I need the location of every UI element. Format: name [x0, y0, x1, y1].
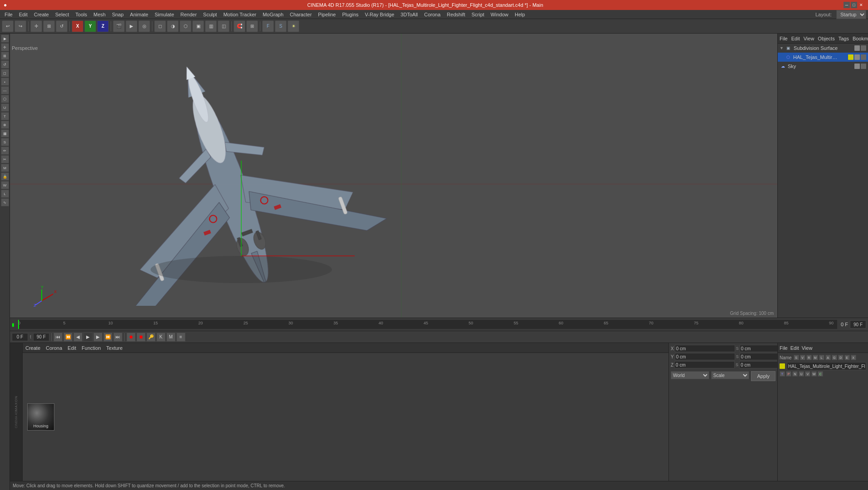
menu-file[interactable]: File: [2, 11, 15, 18]
menu-character[interactable]: Character: [287, 11, 314, 18]
rotate-tool[interactable]: ↺: [1, 60, 9, 69]
close-button[interactable]: ✕: [858, 2, 864, 8]
render-active-button[interactable]: ◎: [138, 20, 150, 32]
undo-button[interactable]: ↩: [2, 20, 14, 32]
dope-sheet-button[interactable]: ≡: [176, 333, 185, 342]
knife-tool[interactable]: ✂: [1, 155, 9, 163]
menu-window[interactable]: Window: [488, 11, 511, 18]
tag-6-btn[interactable]: W: [811, 371, 817, 377]
keyframe-select-button[interactable]: K: [156, 333, 166, 342]
z-pos-field[interactable]: [674, 361, 735, 368]
stop-record-button[interactable]: ⏹: [137, 333, 146, 342]
rp-tab-file[interactable]: File: [780, 36, 788, 41]
x-axis-button[interactable]: X: [72, 20, 83, 32]
record-keyframe-button[interactable]: ⏺: [127, 333, 136, 342]
mat-tab-create[interactable]: Create: [25, 345, 40, 351]
scale-tool[interactable]: ⊞: [1, 52, 9, 60]
render-pv-button[interactable]: ▶: [126, 20, 137, 32]
motion-clip-button[interactable]: M: [166, 333, 176, 342]
layer-tool[interactable]: L: [1, 190, 9, 198]
menu-plugins[interactable]: Plugins: [339, 11, 361, 18]
current-frame-input[interactable]: [12, 333, 28, 341]
light-button[interactable]: ☀: [288, 20, 299, 32]
sky-lock-btn[interactable]: [861, 64, 866, 69]
quick-shading-button[interactable]: ◫: [218, 20, 229, 32]
tag-1-btn[interactable]: T: [780, 371, 785, 377]
prop-d-btn[interactable]: D: [838, 355, 844, 360]
op-tab-edit[interactable]: Edit: [790, 345, 799, 351]
rp-tab-objects[interactable]: Objects: [818, 36, 834, 41]
hal-tejas-vis-btn[interactable]: [854, 54, 860, 60]
timeline-end-field[interactable]: [850, 320, 866, 328]
floor-button[interactable]: F: [262, 20, 274, 32]
move-tool[interactable]: ✛: [1, 43, 9, 51]
box-shading-button[interactable]: ▥: [205, 20, 217, 32]
prop-m-btn[interactable]: M: [813, 355, 818, 360]
hidden-line-button[interactable]: ▣: [192, 20, 204, 32]
op-tab-file[interactable]: File: [780, 345, 788, 351]
viewport[interactable]: View Cameras Display Options Filter Pane…: [10, 34, 777, 318]
menu-tools[interactable]: Tools: [73, 11, 90, 18]
tag-5-btn[interactable]: V: [805, 371, 810, 377]
scene-object-sky[interactable]: ☁ Sky: [778, 62, 868, 71]
point-mode[interactable]: •: [1, 78, 9, 86]
perspective-view-button[interactable]: ◻: [154, 20, 166, 32]
render-region-button[interactable]: 🎬: [113, 20, 125, 32]
menu-mesh[interactable]: Mesh: [91, 11, 108, 18]
go-next-key-button[interactable]: ⏩: [103, 333, 112, 342]
menu-mograph[interactable]: MoGraph: [260, 11, 286, 18]
menu-snap[interactable]: Snap: [109, 11, 127, 18]
subdiv-lock-btn[interactable]: [861, 45, 866, 51]
prop-v-btn[interactable]: V: [800, 355, 805, 360]
subdiv-vis-btn[interactable]: [854, 45, 860, 51]
prop-a-btn[interactable]: A: [825, 355, 831, 360]
prop-g-btn[interactable]: G: [832, 355, 837, 360]
y-pos-field[interactable]: [675, 353, 735, 360]
uv-mode[interactable]: U: [1, 103, 9, 112]
menu-render[interactable]: Render: [178, 11, 200, 18]
go-next-frame-button[interactable]: ▶: [93, 333, 102, 342]
go-prev-frame-button[interactable]: ◀: [73, 333, 83, 342]
tag-3-btn[interactable]: N: [792, 371, 798, 377]
scene-object-subdivision[interactable]: ▼ ▣ Subdivision Surface: [778, 44, 868, 53]
move-tool-button[interactable]: ✛: [30, 20, 42, 32]
menu-sculpt[interactable]: Sculpt: [200, 11, 220, 18]
wireframe-button[interactable]: ⬡: [180, 20, 191, 32]
edge-mode[interactable]: —: [1, 86, 9, 94]
obj-name-input[interactable]: [787, 362, 866, 370]
paint-tool[interactable]: ✏: [1, 147, 9, 155]
auto-keyframe-button[interactable]: 🔑: [146, 333, 156, 342]
timeline-track[interactable]: 0 5 10 15 20 25 30 35 40 45 50 55 60 65 …: [18, 320, 837, 329]
menu-animate[interactable]: Animate: [127, 11, 151, 18]
minimize-button[interactable]: ─: [844, 2, 850, 8]
rp-tab-view[interactable]: View: [804, 36, 814, 41]
menu-simulate[interactable]: Simulate: [152, 11, 177, 18]
menu-script[interactable]: Script: [469, 11, 487, 18]
sculpt-tool[interactable]: S: [1, 138, 9, 146]
rp-tab-bookmarks[interactable]: Bookmarks: [853, 36, 868, 41]
sky-vis-btn[interactable]: [854, 64, 860, 69]
snap-enable-button[interactable]: 🧲: [234, 20, 245, 32]
op-tab-view[interactable]: View: [802, 345, 813, 351]
scale-tool-button[interactable]: ⊞: [43, 20, 55, 32]
scene-object-hal-tejas[interactable]: ⬡ HAL_Tejas_Multirole_Light_Fighter_Flig…: [778, 53, 868, 62]
rotate-tool-button[interactable]: ↺: [56, 20, 68, 32]
rp-tab-tags[interactable]: Tags: [839, 36, 849, 41]
menu-help[interactable]: Help: [512, 11, 528, 18]
sky-button[interactable]: S: [275, 20, 287, 32]
weld-tool[interactable]: W: [1, 181, 9, 189]
pointer-tool[interactable]: ▶: [1, 34, 9, 43]
go-prev-key-button[interactable]: ⏪: [63, 333, 73, 342]
menu-create[interactable]: Create: [31, 11, 52, 18]
end-frame-input[interactable]: [33, 333, 49, 341]
go-to-end-button[interactable]: ⏭: [113, 333, 122, 342]
prop-e-btn[interactable]: E: [844, 355, 850, 360]
x-pos-field[interactable]: [675, 345, 735, 352]
prop-x-btn[interactable]: X: [851, 355, 856, 360]
material-thumbnail[interactable]: Housing: [27, 403, 54, 431]
layout-select[interactable]: Startup: [836, 10, 866, 19]
go-to-start-button[interactable]: ⏮: [54, 333, 63, 342]
scale-mode-select[interactable]: Scale Size: [711, 371, 750, 379]
hal-tejas-lock-btn[interactable]: [861, 54, 866, 60]
play-button[interactable]: ▶: [83, 333, 93, 342]
